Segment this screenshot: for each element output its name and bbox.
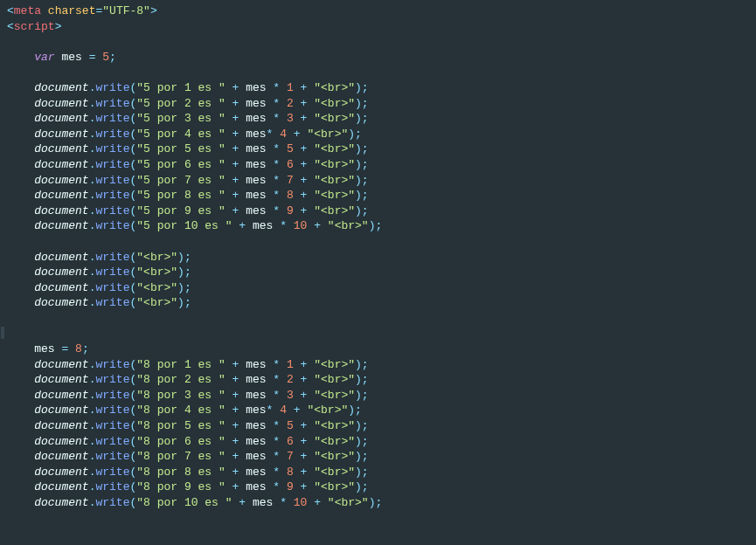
code-line[interactable]: document.write("5 por 2 es " + mes * 2 +… xyxy=(7,96,756,112)
code-line[interactable]: document.write("5 por 3 es " + mes * 3 +… xyxy=(7,111,756,127)
code-line[interactable]: document.write("8 por 8 es " + mes * 8 +… xyxy=(7,465,756,480)
code-line[interactable]: document.write("8 por 7 es " + mes * 7 +… xyxy=(7,449,756,465)
code-line[interactable]: document.write("8 por 2 es " + mes * 2 +… xyxy=(7,372,756,388)
code-line[interactable]: document.write("5 por 6 es " + mes * 6 +… xyxy=(7,157,756,173)
code-line[interactable]: document.write("5 por 1 es " + mes * 1 +… xyxy=(7,80,756,96)
code-line[interactable]: document.write("8 por 6 es " + mes * 6 +… xyxy=(7,434,756,450)
code-line[interactable]: document.write("8 por 1 es " + mes * 1 +… xyxy=(7,357,756,373)
code-line[interactable] xyxy=(7,234,756,250)
code-line[interactable]: document.write("<br>"); xyxy=(7,265,756,280)
code-line[interactable] xyxy=(7,65,756,80)
code-line[interactable]: document.write("8 por 5 es " + mes * 5 +… xyxy=(7,418,756,434)
code-line[interactable]: document.write("5 por 4 es " + mes* 4 + … xyxy=(7,127,756,142)
code-line[interactable] xyxy=(7,34,756,50)
code-line[interactable]: document.write("8 por 10 es " + mes * 10… xyxy=(7,495,756,511)
code-line[interactable]: document.write("8 por 3 es " + mes * 3 +… xyxy=(7,388,756,404)
code-line[interactable] xyxy=(7,311,756,327)
code-line[interactable]: document.write("8 por 4 es " + mes* 4 + … xyxy=(7,403,756,418)
code-line[interactable]: document.write("5 por 9 es " + mes * 9 +… xyxy=(7,204,756,219)
code-line[interactable]: document.write("8 por 9 es " + mes * 9 +… xyxy=(7,479,756,495)
code-line[interactable]: mes = 8; xyxy=(7,341,756,357)
code-line[interactable]: document.write("5 por 8 es " + mes * 8 +… xyxy=(7,188,756,204)
code-line[interactable]: <meta charset="UTF-8"> xyxy=(7,3,756,19)
code-line[interactable] xyxy=(7,326,756,341)
code-line[interactable]: <script> xyxy=(7,19,756,35)
code-editor[interactable]: <meta charset="UTF-8"><script> var mes =… xyxy=(0,0,756,514)
code-line[interactable]: document.write("<br>"); xyxy=(7,280,756,296)
code-line[interactable]: document.write("5 por 10 es " + mes * 10… xyxy=(7,218,756,234)
code-line[interactable]: document.write("5 por 5 es " + mes * 5 +… xyxy=(7,141,756,157)
code-line[interactable]: var mes = 5; xyxy=(7,50,756,66)
code-line[interactable]: document.write("<br>"); xyxy=(7,295,756,311)
fold-marker xyxy=(1,327,4,339)
code-line[interactable]: document.write("5 por 7 es " + mes * 7 +… xyxy=(7,173,756,189)
code-line[interactable]: document.write("<br>"); xyxy=(7,250,756,266)
